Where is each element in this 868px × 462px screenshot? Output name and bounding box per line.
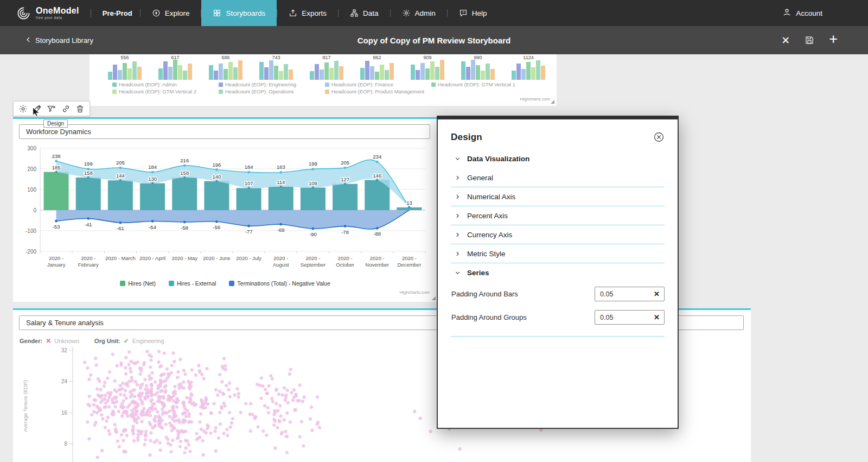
mini-bar xyxy=(430,61,435,80)
svg-text:0: 0 xyxy=(33,207,36,213)
legend-item-headcount-eop-finance[interactable]: Headcount (EOP): Finance xyxy=(325,81,431,87)
svg-text:205: 205 xyxy=(341,160,349,166)
scatter-dot xyxy=(183,372,187,376)
scatter-dot xyxy=(173,413,176,416)
design-section-numerical-axis[interactable]: Numerical Axis xyxy=(451,187,665,206)
scatter-dot xyxy=(162,396,165,400)
legend-item-headcount-eop-engineering[interactable]: Headcount (EOP): Engineering xyxy=(219,81,325,87)
clear-filter-button[interactable] xyxy=(46,103,58,115)
bar xyxy=(140,183,165,210)
mini-bar xyxy=(440,60,444,80)
scatter-dot xyxy=(218,411,221,414)
scatter-dot xyxy=(95,363,98,366)
scatter-dot xyxy=(157,420,161,423)
resize-handle[interactable] xyxy=(551,100,554,104)
workforce-chart-plot: 3002001000-100-2002381992051842161961841… xyxy=(17,143,430,279)
legend-item-headcount-eop-operations[interactable]: Headcount (EOP): Operations xyxy=(219,88,325,94)
scatter-dot xyxy=(276,426,279,429)
field-input-box[interactable]: ✕ xyxy=(595,310,665,325)
svg-text:-90: -90 xyxy=(309,231,317,237)
scatter-dot xyxy=(172,426,175,429)
scatter-dot xyxy=(100,449,104,452)
design-section-currency-axis[interactable]: Currency Axis xyxy=(451,225,665,244)
link-button[interactable] xyxy=(60,103,72,115)
legend-item-hires-external[interactable]: Hires - External xyxy=(169,280,216,287)
delete-button[interactable] xyxy=(74,103,86,115)
scatter-dot xyxy=(138,366,141,370)
scatter-dot xyxy=(169,443,172,446)
design-field-padding-around-groups: Padding Around Groups✕ xyxy=(451,306,665,329)
headcount-bar-group: 556 xyxy=(106,55,144,80)
scatter-dot xyxy=(316,421,320,424)
svg-text:127: 127 xyxy=(341,176,349,182)
add-widget-button[interactable]: + xyxy=(829,32,838,47)
design-section-percent-axis[interactable]: Percent Axis xyxy=(451,206,665,225)
field-value-input[interactable] xyxy=(595,290,637,298)
scatter-dot xyxy=(275,388,278,391)
field-value-input[interactable] xyxy=(595,314,637,321)
design-panel: Design Data VisualizationGeneralNumerica… xyxy=(437,116,679,429)
legend-item-headcount-eop-gtm-vertical-2[interactable]: Headcount (EOP): GTM Vertical 2 xyxy=(112,88,219,94)
scatter-dot xyxy=(170,429,174,432)
nav-exports[interactable]: Exports xyxy=(277,0,338,26)
design-button[interactable] xyxy=(31,103,43,115)
scatter-dot xyxy=(89,374,92,377)
scatter-dot xyxy=(152,417,156,421)
legend-item-headcount-eop-admin[interactable]: Headcount (EOP): Admin xyxy=(112,81,219,87)
scatter-dot xyxy=(187,412,190,415)
svg-text:199: 199 xyxy=(309,161,317,167)
scatter-dot xyxy=(188,387,192,390)
legend-item-terminations-total-negative-value[interactable]: Terminations (Total) - Negative Value xyxy=(229,280,330,287)
nav-explore[interactable]: Explore xyxy=(141,0,201,26)
account-button[interactable]: Account xyxy=(782,0,868,26)
scatter-dot xyxy=(119,393,122,396)
resize-handle[interactable] xyxy=(432,296,436,300)
settings-button[interactable] xyxy=(17,103,29,115)
scatter-dot xyxy=(149,423,152,427)
svg-text:234: 234 xyxy=(373,154,381,160)
save-button[interactable] xyxy=(805,35,814,45)
design-section-series[interactable]: Series xyxy=(451,263,665,282)
scatter-dot xyxy=(150,371,154,375)
scatter-dot xyxy=(161,403,164,406)
legend-item-hires-net[interactable]: Hires (Net) xyxy=(120,280,156,287)
nav-storyboards[interactable]: Storyboards xyxy=(201,0,277,26)
scatter-dot xyxy=(170,371,173,375)
scatter-dot xyxy=(195,438,198,441)
widget-title-input[interactable] xyxy=(19,124,430,139)
scatter-dot xyxy=(172,394,175,397)
scatter-dot xyxy=(129,367,132,370)
legend-item-headcount-eop-gtm-vertical-1[interactable]: Headcount (EOP): GTM Vertical 1 xyxy=(431,81,538,87)
scatter-dot xyxy=(100,413,103,416)
scatter-dot xyxy=(136,439,139,442)
mini-bar xyxy=(329,68,334,80)
close-panel-button[interactable] xyxy=(653,131,665,143)
scatter-dot xyxy=(132,432,135,435)
clear-field-button[interactable]: ✕ xyxy=(654,313,664,321)
mini-bar xyxy=(127,68,132,80)
design-section-metric-style[interactable]: Metric Style xyxy=(451,244,665,263)
scatter-dot xyxy=(202,377,206,381)
onemodel-logo-icon xyxy=(16,6,31,21)
scatter-dot xyxy=(265,433,268,436)
legend-item-headcount-eop-product-management[interactable]: Headcount (EOP): Product Management xyxy=(325,88,431,94)
scatter-dot xyxy=(289,368,292,371)
back-to-library-button[interactable]: Storyboard Library xyxy=(25,36,93,45)
svg-text:300: 300 xyxy=(27,145,36,151)
nav-data[interactable]: Data xyxy=(339,0,390,26)
nav-help[interactable]: ?Help xyxy=(448,0,499,26)
scatter-dot xyxy=(166,398,169,401)
scatter-dot xyxy=(127,363,131,366)
design-section-general[interactable]: General xyxy=(451,168,665,187)
scatter-dot xyxy=(283,386,286,389)
scatter-dot xyxy=(278,404,282,407)
nav-admin[interactable]: Admin xyxy=(391,0,447,26)
clear-field-button[interactable]: ✕ xyxy=(654,290,664,298)
design-section-data-visualization[interactable]: Data Visualization xyxy=(451,149,665,168)
close-storyboard-button[interactable]: ✕ xyxy=(781,35,790,46)
scatter-dot xyxy=(116,364,119,368)
field-input-box[interactable]: ✕ xyxy=(595,287,665,301)
scatter-dot xyxy=(227,388,231,391)
scatter-dot xyxy=(143,361,146,364)
scatter-dot xyxy=(154,393,157,396)
